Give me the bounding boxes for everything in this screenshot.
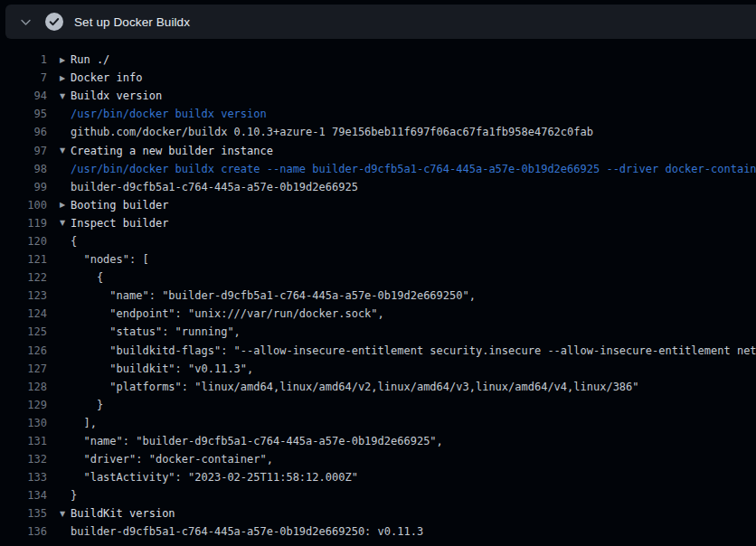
line-number[interactable]: 99 [0, 181, 47, 193]
line-number[interactable]: 97 [0, 145, 47, 157]
line-number[interactable]: 1 [0, 53, 47, 66]
log-group-title[interactable]: BuildKit version [71, 507, 175, 520]
log-group-title[interactable]: Run ./ [71, 53, 109, 66]
line-number[interactable]: 127 [0, 362, 47, 375]
log-line: 129 } [0, 396, 756, 414]
log-line: 124 "endpoint": "unix:///var/run/docker.… [0, 305, 756, 323]
log-text: "endpoint": "unix:///var/run/docker.sock… [71, 307, 384, 320]
log-text: "name": "builder-d9cfb5a1-c764-445a-a57e… [71, 289, 476, 302]
log-text: "platforms": "linux/amd64,linux/amd64/v2… [71, 381, 639, 393]
log-text: /usr/bin/docker buildx create --name bui… [71, 163, 756, 175]
group-collapsed-triangle-icon[interactable]: ▶ [60, 56, 71, 64]
log-group-line: 7▶Docker info [0, 69, 756, 87]
log-group-title[interactable]: Buildx version [71, 89, 162, 102]
line-number[interactable]: 129 [0, 399, 47, 411]
log-line: 120{ [0, 232, 756, 250]
log-line: 132 "driver": "docker-container", [0, 450, 756, 468]
log-group-line: 97▼Creating a new builder instance [0, 141, 756, 159]
line-number[interactable]: 94 [0, 89, 47, 102]
log-group-line: 135▼BuildKit version [0, 504, 756, 522]
log-line: 136builder-d9cfb5a1-c764-445a-a57e-0b19d… [0, 522, 756, 541]
line-number[interactable]: 95 [0, 108, 47, 120]
log-line: 95/usr/bin/docker buildx version [0, 105, 756, 123]
log-group-line: 1▶Run ./ [0, 51, 756, 69]
log-line: 131 "name": "builder-d9cfb5a1-c764-445a-… [0, 432, 756, 450]
log-line: 123 "name": "builder-d9cfb5a1-c764-445a-… [0, 287, 756, 305]
line-number[interactable]: 133 [0, 471, 47, 484]
log-text: "buildkit": "v0.11.3", [71, 362, 253, 375]
log-line: 126 "buildkitd-flags": "--allow-insecure… [0, 342, 756, 360]
check-circle-icon [45, 13, 63, 31]
line-number[interactable]: 120 [0, 235, 47, 248]
line-number[interactable]: 128 [0, 381, 47, 393]
log-lines: 1▶Run ./7▶Docker info94▼Buildx version95… [0, 51, 756, 541]
log-text: "status": "running", [71, 325, 241, 338]
line-number[interactable]: 100 [0, 199, 47, 212]
log-line: 128 "platforms": "linux/amd64,linux/amd6… [0, 378, 756, 396]
step-title: Set up Docker Buildx [74, 15, 190, 29]
group-collapsed-triangle-icon[interactable]: ▶ [60, 74, 71, 82]
log-text: "driver": "docker-container", [71, 453, 273, 466]
log-text: { [71, 271, 103, 284]
log-text: } [71, 399, 103, 411]
log-line: 133 "lastActivity": "2023-02-25T11:58:12… [0, 468, 756, 486]
log-line: 122 { [0, 268, 756, 287]
log-group-title[interactable]: Creating a new builder instance [71, 145, 273, 157]
log-line: 127 "buildkit": "v0.11.3", [0, 360, 756, 378]
log-text: /usr/bin/docker buildx version [71, 108, 267, 120]
line-number[interactable]: 125 [0, 325, 47, 338]
log-group-title[interactable]: Inspect builder [71, 217, 168, 230]
log-line: 130 ], [0, 414, 756, 432]
log-text: builder-d9cfb5a1-c764-445a-a57e-0b19d2e6… [71, 181, 358, 193]
line-number[interactable]: 7 [0, 71, 47, 84]
log-line: 99builder-d9cfb5a1-c764-445a-a57e-0b19d2… [0, 178, 756, 196]
line-number[interactable]: 134 [0, 489, 47, 502]
group-expanded-triangle-icon[interactable]: ▼ [60, 510, 71, 518]
log-line: 134} [0, 486, 756, 504]
line-number[interactable]: 132 [0, 453, 47, 466]
group-expanded-triangle-icon[interactable]: ▼ [60, 92, 71, 100]
log-group-line: 119▼Inspect builder [0, 214, 756, 232]
log-text: ], [71, 417, 97, 429]
line-number[interactable]: 126 [0, 344, 47, 357]
line-number[interactable]: 135 [0, 507, 47, 520]
step-header[interactable]: Set up Docker Buildx [5, 5, 756, 39]
log-area: 1▶Run ./7▶Docker info94▼Buildx version95… [0, 39, 756, 541]
log-line: 96github.com/docker/buildx 0.10.3+azure-… [0, 123, 756, 141]
group-expanded-triangle-icon[interactable]: ▼ [60, 146, 71, 155]
log-group-line: 94▼Buildx version [0, 87, 756, 105]
line-number[interactable]: 136 [0, 525, 47, 538]
log-text: builder-d9cfb5a1-c764-445a-a57e-0b19d2e6… [71, 525, 423, 538]
line-number[interactable]: 96 [0, 126, 47, 138]
line-number[interactable]: 123 [0, 289, 47, 302]
log-text: github.com/docker/buildx 0.10.3+azure-1 … [71, 126, 593, 138]
log-text: "buildkitd-flags": "--allow-insecure-ent… [71, 344, 756, 357]
group-expanded-triangle-icon[interactable]: ▼ [60, 219, 71, 227]
line-number[interactable]: 130 [0, 417, 47, 429]
line-number[interactable]: 119 [0, 217, 47, 230]
group-collapsed-triangle-icon[interactable]: ▶ [60, 201, 71, 209]
log-text: { [71, 235, 77, 248]
chevron-down-icon[interactable] [18, 14, 33, 29]
line-number[interactable]: 122 [0, 271, 47, 284]
log-text: } [71, 489, 77, 502]
log-line: 125 "status": "running", [0, 323, 756, 341]
log-text: "nodes": [ [71, 253, 149, 266]
line-number[interactable]: 121 [0, 253, 47, 266]
log-line: 121 "nodes": [ [0, 250, 756, 268]
line-number[interactable]: 124 [0, 307, 47, 320]
log-text: "lastActivity": "2023-02-25T11:58:12.000… [71, 471, 358, 484]
log-group-line: 100▶Booting builder [0, 196, 756, 214]
line-number[interactable]: 131 [0, 435, 47, 447]
line-number[interactable]: 98 [0, 163, 47, 175]
log-line: 98/usr/bin/docker buildx create --name b… [0, 160, 756, 178]
log-group-title[interactable]: Docker info [71, 71, 142, 84]
log-group-title[interactable]: Booting builder [71, 199, 168, 212]
log-text: "name": "builder-d9cfb5a1-c764-445a-a57e… [71, 435, 443, 447]
